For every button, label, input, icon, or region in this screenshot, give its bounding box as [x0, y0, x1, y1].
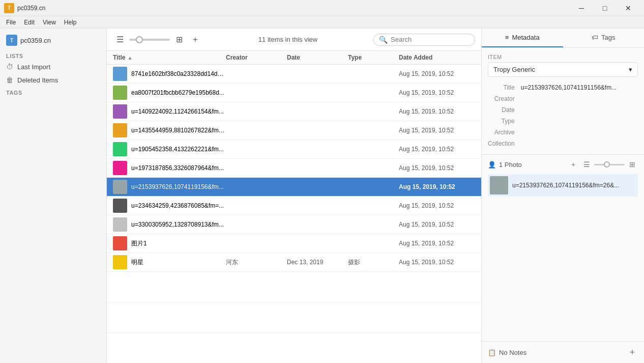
- table-row[interactable]: u=234634259,4236876085&fm=... Aug 15, 20…: [107, 197, 481, 215]
- row-title-cell: u=3300305952,1328708913&fm...: [113, 217, 226, 232]
- main-layout: T pc0359.cn Lists ⏱ Last Import 🗑 Delete…: [0, 29, 644, 363]
- right-panel-tabs: ≡ Metadata 🏷 Tags: [482, 29, 644, 48]
- photos-list-button[interactable]: ☰: [581, 159, 592, 170]
- photo-item[interactable]: u=2153937626,1074119156&fm=26&...: [488, 174, 638, 197]
- col-date-added[interactable]: Date Added: [399, 54, 475, 61]
- tab-metadata[interactable]: ≡ Metadata: [482, 29, 563, 47]
- metadata-section: Item Tropy Generic ▾ Titleu=2153937626,1…: [482, 48, 644, 154]
- table-row-empty: [107, 333, 481, 363]
- row-title-cell: ea8007f201fbcbb6279e195b68d...: [113, 86, 226, 100]
- row-title-text: u=1905452358,4132262221&fm...: [131, 146, 224, 153]
- list-view-button[interactable]: ☰: [113, 33, 127, 47]
- menu-file[interactable]: File: [2, 18, 20, 27]
- chevron-down-icon: ▾: [629, 66, 632, 73]
- meta-value: [521, 94, 638, 103]
- maximize-button[interactable]: □: [593, 0, 617, 16]
- search-box[interactable]: 🔍: [373, 34, 475, 46]
- row-title-text: 8741e1602bf38c0a23328dd14de...: [131, 70, 226, 77]
- row-date-added: Aug 15, 2019, 10:52: [399, 164, 475, 172]
- table-row[interactable]: 8741e1602bf38c0a23328dd14de... Aug 15, 2…: [107, 65, 481, 83]
- sort-arrow-title: ▲: [127, 55, 132, 61]
- sidebar-logo: T: [6, 35, 17, 46]
- col-date[interactable]: Date: [287, 54, 348, 61]
- row-thumbnail: [113, 67, 127, 81]
- table-row[interactable]: 明星 河东 Dec 13, 2019 摄影 Aug 15, 2019, 10:5…: [107, 253, 481, 272]
- row-title-text: u=2153937626,1074119156&fm...: [131, 183, 224, 190]
- sidebar: T pc0359.cn Lists ⏱ Last Import 🗑 Delete…: [0, 29, 107, 363]
- right-panel: ≡ Metadata 🏷 Tags Item Tropy Generic ▾ T…: [481, 29, 644, 363]
- row-thumbnail: [113, 180, 127, 194]
- zoom-slider[interactable]: [129, 39, 170, 41]
- meta-key: Type: [488, 117, 515, 126]
- row-date-added: Aug 15, 2019, 10:52: [399, 202, 475, 209]
- notes-label: 📋 No Notes: [488, 349, 526, 356]
- menu-edit[interactable]: Edit: [20, 18, 39, 27]
- clock-icon: ⏱: [6, 63, 13, 71]
- table-row[interactable]: u=1905452358,4132262221&fm... Aug 15, 20…: [107, 140, 481, 159]
- row-title-text: u=3300305952,1328708913&fm...: [131, 221, 224, 228]
- col-type[interactable]: Type: [348, 54, 399, 61]
- add-button[interactable]: +: [188, 33, 202, 47]
- row-title-cell: u=234634259,4236876085&fm=...: [113, 199, 226, 213]
- menu-help[interactable]: Help: [60, 18, 81, 27]
- meta-value: [521, 105, 638, 115]
- table-row[interactable]: u=2153937626,1074119156&fm... Aug 15, 20…: [107, 178, 481, 197]
- meta-key: Creator: [488, 94, 515, 103]
- sidebar-header: T pc0359.cn: [0, 33, 106, 50]
- sidebar-item-deleted[interactable]: 🗑 Deleted Items: [0, 73, 106, 87]
- notes-add-button[interactable]: +: [627, 347, 638, 358]
- table-row[interactable]: ea8007f201fbcbb6279e195b68d... Aug 15, 2…: [107, 83, 481, 102]
- row-date-added: Aug 15, 2019, 10:52: [399, 183, 475, 190]
- minimize-button[interactable]: ─: [570, 0, 593, 16]
- row-date-added: Aug 15, 2019, 10:52: [399, 146, 475, 153]
- row-thumbnail: [113, 86, 127, 100]
- sidebar-item-last-import[interactable]: ⏱ Last Import: [0, 60, 106, 73]
- col-title[interactable]: Title ▲: [113, 54, 226, 61]
- search-input[interactable]: [391, 36, 470, 43]
- grid-view-button[interactable]: ⊞: [172, 33, 186, 47]
- no-notes-text: No Notes: [499, 349, 526, 356]
- notes-icon: 📋: [488, 349, 496, 356]
- titlebar: T pc0359.cn ─ □ ✕: [0, 0, 644, 16]
- sidebar-root-label: pc0359.cn: [20, 37, 51, 44]
- table-row[interactable]: u=1435544959,8810267822&fm=... Aug 15, 2…: [107, 121, 481, 140]
- row-title-text: u=1409224092,1124266154&fm...: [131, 108, 224, 115]
- row-title-cell: 明星: [113, 255, 226, 269]
- table-row-empty: [107, 302, 481, 333]
- close-button[interactable]: ✕: [617, 0, 640, 16]
- photo-thumbnail: [490, 176, 508, 194]
- toolbar: ☰ ⊞ + 11 items in this view 🔍: [107, 29, 481, 51]
- meta-key: Title: [488, 83, 515, 92]
- item-label: Item: [488, 54, 638, 60]
- col-creator[interactable]: Creator: [226, 54, 287, 61]
- photos-section: 👤 1 Photo + ☰ ⊞ u=2153937626,1074119156&…: [482, 154, 644, 201]
- table-row[interactable]: u=1409224092,1124266154&fm... Aug 15, 20…: [107, 102, 481, 121]
- table-row[interactable]: u=3300305952,1328708913&fm... Aug 15, 20…: [107, 215, 481, 234]
- app-icon: T: [4, 3, 14, 13]
- menubar: File Edit View Help: [0, 16, 644, 29]
- metadata-dropdown[interactable]: Tropy Generic ▾: [488, 62, 638, 77]
- items-count-text: 11 items in this view: [258, 36, 317, 43]
- menu-view[interactable]: View: [39, 18, 60, 27]
- row-type: 摄影: [348, 258, 399, 267]
- window-controls: ─ □ ✕: [570, 0, 640, 16]
- photos-zoom-slider[interactable]: [594, 164, 625, 165]
- tab-tags[interactable]: 🏷 Tags: [563, 29, 645, 47]
- meta-value: u=2153937626,10741191156&fm...: [521, 83, 638, 92]
- row-title-cell: u=2153937626,1074119156&fm...: [113, 180, 226, 194]
- row-date-added: Aug 15, 2019, 10:52: [399, 259, 475, 266]
- toolbar-right: 🔍: [373, 34, 475, 46]
- meta-value: [521, 139, 638, 148]
- table-row[interactable]: u=1973187856,3326087964&fm... Aug 15, 20…: [107, 159, 481, 178]
- photos-grid-button[interactable]: ⊞: [627, 159, 638, 170]
- row-thumbnail: [113, 199, 127, 213]
- sidebar-lists-label: Lists: [0, 50, 106, 60]
- meta-value: [521, 128, 638, 137]
- sidebar-deleted-label: Deleted Items: [17, 76, 58, 84]
- sidebar-last-import-label: Last Import: [17, 63, 50, 71]
- photos-add-button[interactable]: +: [568, 159, 579, 170]
- row-thumbnail: [113, 236, 127, 250]
- table-row-empty: [107, 272, 481, 302]
- table-row[interactable]: 图片1 Aug 15, 2019, 10:52: [107, 234, 481, 253]
- photos-controls: + ☰ ⊞: [568, 159, 638, 170]
